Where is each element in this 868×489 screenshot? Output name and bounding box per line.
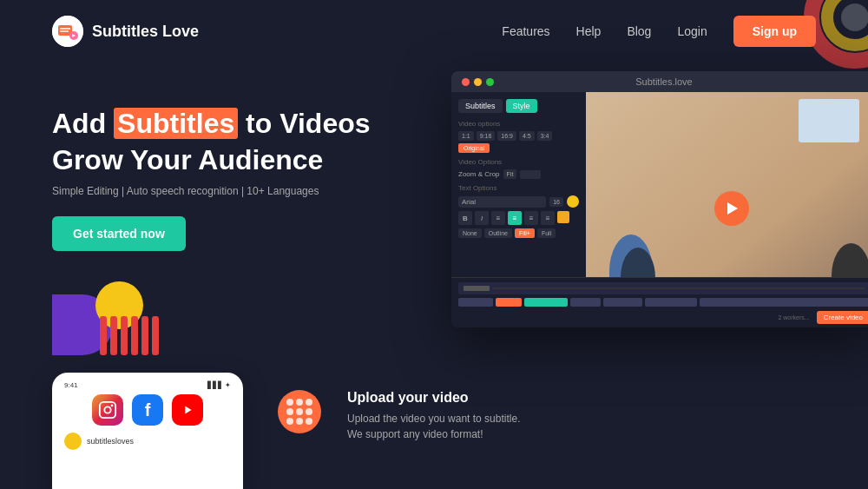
bottom-section: 9:41 ▋▋▋ ✦ f su xyxy=(0,355,868,489)
app-window: Subtitles.love Subtitles Style Video opt… xyxy=(451,71,868,327)
upload-dots-grid xyxy=(282,394,317,429)
instagram-icon xyxy=(92,394,123,426)
ratio-original[interactable]: Original xyxy=(458,143,490,153)
upload-icon xyxy=(278,390,321,433)
fit-toggle[interactable] xyxy=(520,170,541,179)
video-options-2-label: Video Options xyxy=(458,158,579,166)
dot-4 xyxy=(286,408,293,415)
stripe-4 xyxy=(131,316,138,355)
signup-button[interactable]: Sign up xyxy=(733,16,816,47)
dot-3 xyxy=(306,399,312,406)
outline-fill[interactable]: Fill+ xyxy=(515,228,535,238)
dot-5 xyxy=(296,408,303,415)
youtube-icon xyxy=(172,394,203,426)
ratio-buttons: 1:1 9:16 16:9 4:5 3:4 Original xyxy=(458,131,579,153)
bold-btn[interactable]: B xyxy=(458,211,472,225)
user-avatar xyxy=(64,433,82,450)
text-format-row: B I ≡ ≡ ≡ ≡ xyxy=(458,211,579,225)
dot-1 xyxy=(286,399,293,406)
upload-section: Upload your video Upload the video you w… xyxy=(278,373,520,442)
tab-subtitles[interactable]: Subtitles xyxy=(458,99,503,113)
title-pre: Add xyxy=(52,108,114,139)
get-started-button[interactable]: Get started now xyxy=(52,216,186,251)
tl-seg-4 xyxy=(603,298,642,307)
dot-2 xyxy=(296,399,303,406)
tl-seg-green xyxy=(524,298,568,307)
timeline: 2 workers... Create video xyxy=(451,277,868,327)
ratio-4-5[interactable]: 4:5 xyxy=(519,131,535,141)
fit-option[interactable]: Fit xyxy=(503,169,517,179)
tl-seg-1 xyxy=(458,298,493,307)
create-video-button[interactable]: Create video xyxy=(817,311,868,324)
font-select[interactable]: Arial xyxy=(458,196,546,208)
tl-marker xyxy=(464,286,490,291)
dot-green xyxy=(486,78,494,86)
zoom-crop-label: Zoom & Crop xyxy=(458,170,500,178)
timeline-tracks xyxy=(451,296,868,308)
deco-left xyxy=(52,277,434,355)
align-center-btn[interactable]: ≡ xyxy=(508,211,522,225)
play-icon xyxy=(727,202,738,215)
color-picker[interactable] xyxy=(567,195,579,208)
hero-right: Subtitles.love Subtitles Style Video opt… xyxy=(451,71,868,327)
phone-signal: ▋▋▋ ✦ xyxy=(207,381,231,389)
tl-seg-3 xyxy=(570,298,601,307)
timeline-actions: 2 workers... Create video xyxy=(451,311,868,324)
font-size[interactable]: 16 xyxy=(549,197,563,207)
facebook-icon: f xyxy=(132,394,163,426)
dot-yellow xyxy=(474,78,482,86)
stripe-1 xyxy=(100,316,107,355)
upload-text: Upload your video Upload the video you w… xyxy=(347,390,520,442)
outline-row: None Outline Fill+ Full xyxy=(458,228,579,238)
outline-outline[interactable]: Outline xyxy=(484,228,512,238)
ratio-3-4[interactable]: 3:4 xyxy=(537,131,553,141)
align-right-btn[interactable]: ≡ xyxy=(524,211,538,225)
dot-red xyxy=(462,78,470,86)
tl-seg-5 xyxy=(645,298,697,307)
font-row: Arial 16 xyxy=(458,195,579,208)
title-highlight: Subtitles xyxy=(114,108,238,139)
dot-7 xyxy=(286,418,293,425)
ratio-9-16[interactable]: 9:16 xyxy=(477,131,496,141)
dot-6 xyxy=(306,408,312,415)
timeline-ruler xyxy=(458,282,868,294)
play-button[interactable] xyxy=(714,191,749,226)
dot-9 xyxy=(306,418,312,425)
nav-help[interactable]: Help xyxy=(576,24,602,38)
dot-8 xyxy=(296,418,303,425)
italic-btn[interactable]: I xyxy=(475,211,489,225)
logo: Subtitles Love xyxy=(52,16,199,47)
tl-line xyxy=(492,287,865,289)
nav-login[interactable]: Login xyxy=(677,24,707,38)
sidebar-tabs: Subtitles Style xyxy=(458,99,579,113)
outline-none[interactable]: None xyxy=(458,228,482,238)
phone-apps-row: f xyxy=(61,394,234,426)
title-post: to Videos xyxy=(238,108,370,139)
text-color[interactable] xyxy=(557,211,569,223)
tab-style[interactable]: Style xyxy=(506,99,537,113)
hero-section: Add Subtitles to Videos Grow Your Audien… xyxy=(0,63,868,355)
outline-full[interactable]: Full xyxy=(537,228,556,238)
window-title: Subtitles.love xyxy=(635,76,692,87)
app-titlebar: Subtitles.love xyxy=(451,71,868,92)
upload-title: Upload your video xyxy=(347,390,520,406)
align-left-btn[interactable]: ≡ xyxy=(491,211,505,225)
text-options-label: Text Options xyxy=(458,184,579,192)
phone-user: subtitlesloves xyxy=(61,433,234,450)
nav-features[interactable]: Features xyxy=(502,24,549,38)
phone-status-bar: 9:41 ▋▋▋ ✦ xyxy=(61,381,234,389)
stripe-3 xyxy=(121,316,128,355)
stripe-6 xyxy=(152,316,159,355)
zoom-crop-row: Zoom & Crop Fit xyxy=(458,169,579,179)
tl-seg-active xyxy=(496,298,522,307)
deco-stripes xyxy=(100,316,159,355)
align-justify-btn[interactable]: ≡ xyxy=(541,211,555,225)
ratio-1-1[interactable]: 1:1 xyxy=(458,131,474,141)
ratio-16-9[interactable]: 16:9 xyxy=(497,131,516,141)
svg-point-9 xyxy=(104,407,110,413)
workers-text: 2 workers... xyxy=(778,314,809,320)
upload-desc: Upload the video you want to subtitle.We… xyxy=(347,411,520,442)
nav-blog[interactable]: Blog xyxy=(627,24,651,38)
svg-point-10 xyxy=(111,405,114,407)
video-options-label: Video options xyxy=(458,120,579,128)
